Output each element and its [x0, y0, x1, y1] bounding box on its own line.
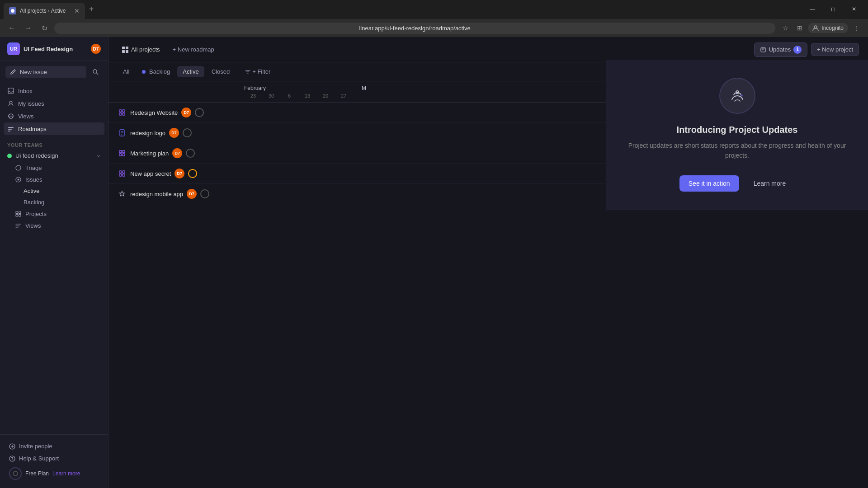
project-name-2: redesign logo: [130, 130, 165, 136]
new-roadmap-button[interactable]: + New roadmap: [168, 43, 219, 56]
back-button[interactable]: ←: [5, 22, 18, 34]
search-button[interactable]: [88, 65, 103, 79]
sidebar-team[interactable]: Ui feed redesign: [4, 150, 104, 162]
sidebar-item-roadmaps[interactable]: Roadmaps: [4, 122, 104, 135]
see-in-action-button[interactable]: See it in action: [679, 175, 739, 192]
project-status-1: [195, 108, 204, 117]
svg-point-0: [11, 9, 14, 13]
modal-icon-container: [719, 78, 755, 114]
updates-label: Updates: [769, 46, 791, 53]
invite-people-button[interactable]: Invite people: [5, 440, 103, 452]
sidebar-item-my-issues[interactable]: My issues: [4, 97, 104, 110]
sidebar-item-views-team[interactable]: Views: [11, 220, 104, 231]
help-support-button[interactable]: Help & Support: [5, 452, 103, 465]
project-avatar-4: D7: [175, 169, 184, 178]
all-projects-button[interactable]: All projects: [118, 43, 165, 56]
forward-button[interactable]: →: [22, 22, 34, 34]
project-type-icon-3: [118, 149, 127, 158]
updates-button[interactable]: Updates 1: [754, 42, 807, 57]
project-updates-modal: Introducing Project Updates Project upda…: [606, 60, 868, 210]
learn-more-button[interactable]: Learn more: [745, 175, 795, 192]
project-avatar-1: D7: [181, 108, 191, 117]
project-name-5: redesign mobile app: [130, 191, 183, 197]
modal-description: Project updates are short status reports…: [628, 141, 846, 161]
free-plan-learn-more-link[interactable]: Learn more: [52, 470, 80, 477]
new-tab-button[interactable]: +: [85, 3, 98, 15]
window-controls: — ◻ ✕: [802, 3, 864, 19]
project-name-1: Redesign Website: [130, 109, 178, 116]
inbox-label: Inbox: [18, 88, 33, 94]
svg-rect-8: [8, 129, 12, 130]
updates-modal-icon: [728, 87, 746, 105]
sidebar-item-views[interactable]: Views: [4, 110, 104, 122]
browser-chrome: All projects › Active ✕ + — ◻ ✕ ← → ↻ ☆ …: [0, 0, 868, 37]
date-27: 27: [335, 93, 353, 99]
sidebar-item-inbox[interactable]: Inbox: [4, 84, 104, 97]
modal-actions: See it in action Learn more: [679, 175, 795, 192]
minimize-button[interactable]: —: [802, 3, 823, 15]
tab-title: All projects › Active: [20, 8, 71, 14]
free-plan-section: Free Plan Learn more: [5, 465, 103, 483]
pencil-icon: [10, 69, 16, 75]
filter-tab-closed[interactable]: Closed: [206, 66, 235, 77]
sidebar-item-projects[interactable]: Projects: [11, 208, 104, 220]
filter-tab-active[interactable]: Active: [177, 66, 204, 77]
project-avatar-3: D7: [172, 148, 182, 158]
restore-button[interactable]: ◻: [823, 3, 844, 15]
svg-rect-7: [8, 127, 14, 128]
team-name: Ui feed redesign: [15, 152, 58, 159]
close-button[interactable]: ✕: [844, 3, 864, 15]
projects-label: Projects: [25, 211, 47, 217]
february-label: February: [244, 85, 353, 91]
backlog-filter-label: Backlog: [149, 68, 170, 75]
menu-icon[interactable]: ⋮: [850, 22, 863, 34]
svg-rect-13: [16, 211, 18, 214]
svg-rect-33: [123, 150, 125, 153]
browser-tab-active[interactable]: All projects › Active ✕: [4, 3, 85, 19]
refresh-button[interactable]: ↻: [38, 22, 51, 34]
svg-rect-14: [19, 211, 21, 214]
extensions-icon[interactable]: ⊞: [793, 22, 806, 34]
date-20: 20: [316, 93, 335, 99]
new-issue-label: New issue: [20, 69, 47, 75]
active-filter-label: Active: [183, 68, 198, 75]
team-sub-items: Triage Issues Active Backlog: [4, 162, 104, 231]
filter-tab-backlog[interactable]: Backlog: [137, 66, 175, 77]
tab-close-button[interactable]: ✕: [74, 7, 80, 14]
february-month: February 23 30 6 13 20 27: [244, 85, 353, 99]
project-status-3: [186, 149, 195, 158]
filter-tab-all[interactable]: All: [118, 66, 135, 77]
sidebar-item-triage[interactable]: Triage: [11, 162, 104, 174]
user-badge: D7: [91, 44, 101, 54]
help-icon: [9, 455, 15, 462]
sidebar-item-issues[interactable]: Issues: [11, 174, 104, 185]
project-type-icon-4: [118, 169, 127, 178]
date-6: 6: [280, 93, 298, 99]
sidebar-actions: New issue: [0, 61, 108, 83]
svg-line-3: [96, 73, 98, 75]
svg-rect-34: [119, 154, 122, 156]
address-bar[interactable]: [54, 23, 775, 34]
help-support-label: Help & Support: [19, 455, 59, 462]
svg-point-10: [16, 165, 21, 170]
sidebar-item-backlog[interactable]: Backlog: [20, 197, 104, 208]
incognito-button[interactable]: Incognito: [808, 23, 848, 33]
svg-rect-26: [119, 113, 122, 115]
sidebar-item-active[interactable]: Active: [20, 185, 104, 197]
filter-button[interactable]: + Filter: [241, 66, 275, 77]
svg-rect-9: [8, 131, 10, 131]
project-info-3: Marketing plan D7: [118, 148, 235, 158]
filter-icon: [245, 69, 250, 75]
new-issue-button[interactable]: New issue: [5, 66, 86, 78]
chevron-down-icon: [96, 154, 101, 158]
my-issues-icon: [7, 100, 14, 107]
project-type-icon-5: [118, 189, 127, 198]
browser-toolbar: ← → ↻ ☆ ⊞ Incognito ⋮: [0, 19, 868, 37]
views-icon: [7, 113, 14, 120]
new-project-button[interactable]: + New project: [811, 43, 859, 56]
views-label: Views: [18, 113, 33, 120]
plan-icon: [9, 467, 22, 480]
filter-label: + Filter: [252, 68, 270, 75]
projects-icon: [14, 210, 22, 217]
bookmark-icon[interactable]: ☆: [779, 22, 792, 34]
